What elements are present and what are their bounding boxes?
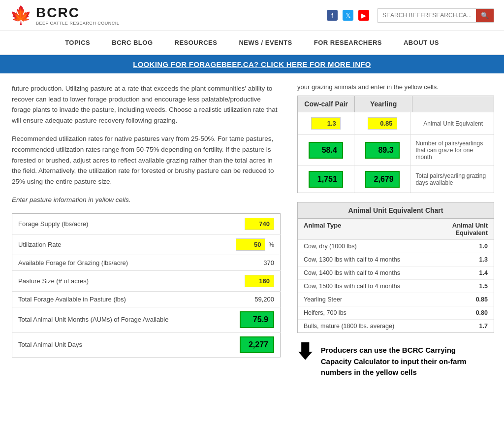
nav: TOPICS BCRC BLOG RESOURCES NEWS / EVENTS… (0, 31, 504, 55)
grazing-row-label-0: Animal Unit Equivalent (410, 112, 494, 134)
caption-area: Producers can use the BCRC Carrying Capa… (297, 333, 494, 383)
header: 🍁 BCRC BEEF CATTLE RESEARCH COUNCIL f 𝕏 … (0, 0, 504, 31)
grazing-row-0: 1.3 0.85 Animal Unit Equivalent (298, 112, 494, 134)
aue-row-5: Heifers, 700 lbs 0.80 (298, 306, 494, 320)
aue-value-1: 1.3 (426, 256, 488, 263)
search-input[interactable] (378, 9, 476, 22)
grazing-col-cow: Cow-calf Pair (298, 96, 355, 112)
aue-row-0: Cow, dry (1000 lbs) 1.0 (298, 240, 494, 253)
banner[interactable]: LOOKING FOR FORAGEBEEF.CA? CLICK HERE FO… (0, 55, 504, 73)
aue-animal-0: Cow, dry (1000 lbs) (304, 243, 426, 250)
input-green-6: 2,277 (240, 336, 274, 353)
search-button[interactable]: 🔍 (476, 9, 494, 22)
arrow-icon (292, 323, 314, 382)
aue-animal-5: Heifers, 700 lbs (304, 309, 426, 316)
grazing-row-label-2: Total pairs/yearling grazing days availa… (410, 166, 494, 193)
calc-row-value-3[interactable]: 160 (217, 270, 281, 291)
aue-animal-4: Yearling Steer (304, 296, 426, 303)
aue-col2-header: Animal Unit Equivalent (426, 222, 488, 236)
grazing-cow-val-2[interactable]: 1,751 (298, 166, 354, 193)
nav-resources[interactable]: RESOURCES (164, 31, 228, 54)
logo-bcrc: BCRC (36, 5, 119, 21)
right-top-text: your grazing animals and enter in the ye… (297, 83, 494, 91)
grazing-year-val-1[interactable]: 89.3 (354, 135, 411, 166)
nav-news-events[interactable]: NEWS / EVENTS (228, 31, 303, 54)
calc-row-label-4: Total Forage Available in Pasture (lbs) (12, 291, 217, 307)
para2: Recommended utilization rates for native… (12, 133, 281, 187)
svg-marker-0 (298, 342, 313, 360)
aue-value-5: 0.80 (426, 309, 488, 316)
static-val-2: 370 (263, 259, 274, 266)
input-yellow-0[interactable]: 740 (245, 218, 274, 230)
grazing-box: Cow-calf Pair Yearling 1.3 0.85 Animal U… (297, 96, 494, 193)
calc-row-label-5: Total Animal Unit Months (AUMs) of Forag… (12, 307, 217, 332)
header-right: f 𝕏 ▶ 🔍 (327, 8, 494, 23)
grazing-row-label-1: Number of pairs/yearlings that can graze… (410, 135, 494, 166)
input-yellow-1[interactable]: 50 (236, 238, 265, 251)
aue-row-3: Cow, 1500 lbs with calf to 4 months 1.5 (298, 280, 494, 293)
aue-col1-header: Animal Type (304, 222, 426, 236)
aue-animal-3: Cow, 1500 lbs with calf to 4 months (304, 283, 426, 290)
grazing-row-1: 58.4 89.3 Number of pairs/yearlings that… (298, 134, 494, 166)
logo-leaf-icon: 🍁 (10, 5, 32, 26)
grazing-cow-val-0[interactable]: 1.3 (298, 112, 354, 134)
calculator-table: Forage Supply (lbs/acre)740Utilization R… (12, 213, 281, 358)
calc-row-label-0: Forage Supply (lbs/acre) (12, 213, 217, 234)
calc-row-label-2: Available Forage for Grazing (lbs/acre) (12, 255, 217, 270)
nav-about-us[interactable]: ABOUT US (393, 31, 450, 54)
nav-for-researchers[interactable]: FOR RESEARCHERS (303, 31, 393, 54)
nav-topics[interactable]: TOPICS (54, 31, 101, 54)
calc-row-label-6: Total Animal Unit Days (12, 332, 217, 357)
logo-sub: BEEF CATTLE RESEARCH COUNCIL (36, 21, 119, 26)
facebook-icon[interactable]: f (327, 10, 338, 21)
aue-value-0: 1.0 (426, 243, 488, 250)
main-content: future production. Utilizing pasture at … (0, 73, 504, 393)
logo: 🍁 BCRC BEEF CATTLE RESEARCH COUNCIL (10, 5, 119, 26)
aue-value-4: 0.85 (426, 296, 488, 303)
para1: future production. Utilizing pasture at … (12, 83, 281, 126)
aue-row-4: Yearling Steer 0.85 (298, 293, 494, 306)
aue-row-2: Cow, 1400 lbs with calf to 4 months 1.4 (298, 266, 494, 280)
aue-chart-title: Animal Unit Equivalent Chart (298, 202, 494, 219)
aue-animal-2: Cow, 1400 lbs with calf to 4 months (304, 269, 426, 276)
aue-row-1: Cow, 1300 lbs with calf to 4 months 1.3 (298, 253, 494, 266)
youtube-icon[interactable]: ▶ (358, 10, 369, 21)
grazing-col-yearling: Yearling (355, 96, 412, 112)
aue-value-6: 1.7 (426, 323, 488, 330)
input-yellow-3[interactable]: 160 (245, 275, 274, 287)
grazing-cow-val-1[interactable]: 58.4 (298, 135, 354, 166)
aue-animal-6: Bulls, mature (1800 lbs. average) (304, 323, 426, 330)
enter-label: Enter pasture information in yellow cell… (12, 195, 281, 205)
aue-animal-1: Cow, 1300 lbs with calf to 4 months (304, 256, 426, 263)
aue-row-6: Bulls, mature (1800 lbs. average) 1.7 (298, 320, 494, 333)
calc-row-label-1: Utilization Rate (12, 234, 217, 255)
grazing-row-2: 1,751 2,679 Total pairs/yearling grazing… (298, 166, 494, 193)
calc-row-value-1[interactable]: 50% (217, 234, 281, 255)
grazing-year-val-0[interactable]: 0.85 (354, 112, 411, 134)
static-val-4: 59,200 (254, 296, 274, 303)
twitter-icon[interactable]: 𝕏 (343, 10, 353, 21)
calc-row-value-4: 59,200 (217, 291, 281, 307)
left-column: future production. Utilizing pasture at … (0, 73, 292, 393)
input-green-5: 75.9 (240, 311, 274, 328)
calc-row-value-2: 370 (217, 255, 281, 270)
social-icons: f 𝕏 ▶ (327, 10, 369, 21)
search-bar: 🔍 (377, 8, 494, 23)
calc-row-value-0[interactable]: 740 (217, 213, 281, 234)
grazing-header: Cow-calf Pair Yearling (298, 96, 494, 112)
aue-value-2: 1.4 (426, 269, 488, 276)
aue-value-3: 1.5 (426, 283, 488, 290)
grazing-year-val-2[interactable]: 2,679 (354, 166, 411, 193)
aue-chart: Animal Unit Equivalent Chart Animal Type… (297, 202, 494, 333)
grazing-col-empty (412, 96, 494, 112)
logo-text: BCRC BEEF CATTLE RESEARCH COUNCIL (36, 5, 119, 26)
nav-bcrc-blog[interactable]: BCRC BLOG (101, 31, 163, 54)
caption-text: Producers can use the BCRC Carrying Capa… (314, 340, 494, 383)
calc-row-value-5[interactable]: 75.9 (217, 307, 281, 332)
right-column: your grazing animals and enter in the ye… (292, 73, 504, 393)
aue-chart-header: Animal Type Animal Unit Equivalent (298, 219, 494, 240)
pct-label-1: % (268, 241, 274, 248)
calc-row-label-3: Pasture Size (# of acres) (12, 270, 217, 291)
calc-row-value-6[interactable]: 2,277 (217, 332, 281, 357)
